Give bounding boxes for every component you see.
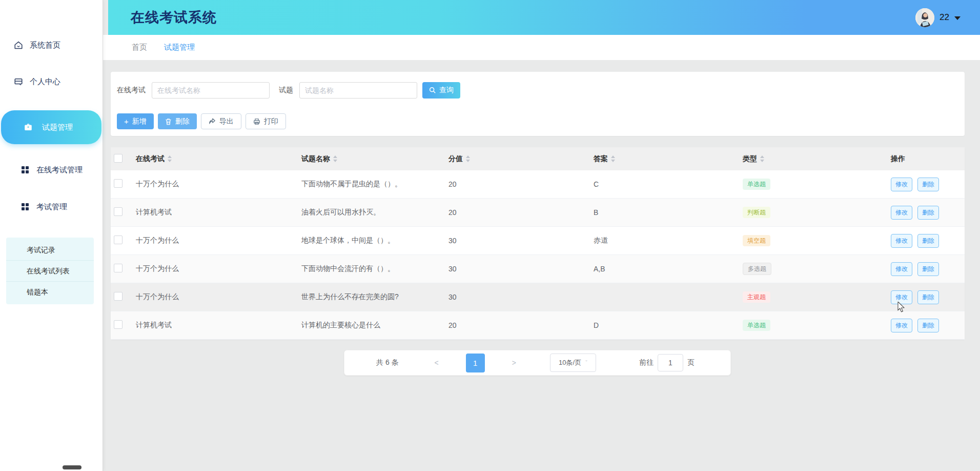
question-filter-input[interactable]	[299, 82, 417, 99]
cell-question-title: 计算机的主要核心是什么	[301, 321, 448, 330]
prev-page-button[interactable]: <	[435, 359, 439, 367]
table-column-header[interactable]: 答案	[594, 154, 743, 164]
grid-icon	[21, 165, 30, 174]
cell-answer: D	[594, 321, 743, 329]
row-edit-button[interactable]: 修改	[891, 319, 912, 332]
cell-actions: 修改 删除	[891, 234, 965, 248]
row-delete-button[interactable]: 删除	[917, 319, 939, 332]
table-column-header[interactable]: 操作	[891, 154, 965, 164]
user-avatar[interactable]	[915, 8, 934, 27]
breadcrumb-tabs: 首页 试题管理	[103, 35, 980, 60]
sort-caret-icon[interactable]	[611, 155, 615, 162]
cell-exam-name: 十万个为什么	[136, 292, 301, 302]
tab-home[interactable]: 首页	[132, 43, 147, 52]
submenu-item-online-exam-list[interactable]: 在线考试列表	[6, 261, 94, 282]
cell-actions: 修改 删除	[891, 290, 965, 304]
sidebar-scrollbar-thumb[interactable]	[63, 465, 81, 469]
cell-question-title: 下面动物不属于昆虫的是（）。	[301, 180, 448, 189]
row-delete-button[interactable]: 删除	[917, 234, 939, 248]
column-label: 在线考试	[136, 154, 165, 164]
sidebar-item-question-management[interactable]: 试题管理	[1, 110, 101, 144]
table-column-header[interactable]: 分值	[448, 154, 594, 164]
row-checkbox[interactable]	[114, 235, 122, 244]
export-arrow-icon	[209, 118, 216, 125]
column-label: 试题名称	[301, 154, 330, 164]
row-checkbox[interactable]	[114, 179, 122, 188]
row-delete-button[interactable]: 删除	[917, 290, 939, 304]
toolbar: + 新增 删除	[117, 113, 952, 129]
row-edit-button[interactable]: 修改	[891, 206, 912, 220]
row-checkbox[interactable]	[114, 207, 122, 216]
table-column-header[interactable]: 试题名称	[301, 154, 448, 164]
profile-card-icon	[14, 77, 23, 86]
row-delete-button[interactable]: 删除	[917, 262, 939, 276]
row-edit-button[interactable]: 修改	[891, 178, 912, 191]
question-type-badge: 主观题	[743, 291, 770, 303]
select-all-checkbox[interactable]	[114, 154, 122, 163]
row-checkbox-cell	[111, 320, 136, 330]
cell-score: 30	[448, 265, 594, 273]
row-checkbox-cell	[111, 264, 136, 274]
cell-actions: 修改 删除	[891, 319, 965, 332]
column-label: 操作	[891, 154, 905, 164]
row-checkbox[interactable]	[114, 320, 122, 329]
export-button[interactable]: 导出	[201, 113, 241, 129]
cell-answer: 赤道	[594, 236, 743, 245]
cell-type: 主观题	[743, 291, 891, 303]
cell-score: 20	[448, 180, 594, 188]
exam-filter-input[interactable]	[152, 82, 270, 99]
row-checkbox-cell	[111, 235, 136, 246]
cell-question-title: 世界上为什么不存在完美的圆?	[301, 292, 448, 302]
tab-question-management[interactable]: 试题管理	[164, 43, 195, 52]
row-checkbox-cell	[111, 179, 136, 189]
cell-actions: 修改 删除	[891, 206, 965, 220]
sort-caret-icon[interactable]	[466, 155, 470, 162]
caret-down-icon[interactable]	[954, 16, 961, 20]
sidebar-item-system-home[interactable]: 系统首页	[0, 35, 103, 55]
question-type-badge: 多选题	[743, 263, 771, 275]
sort-caret-icon[interactable]	[333, 155, 337, 162]
briefcase-icon	[24, 123, 33, 132]
add-button[interactable]: + 新增	[117, 113, 154, 129]
print-button[interactable]: 打印	[246, 113, 286, 129]
submenu-item-wrong-question-book[interactable]: 错题本	[6, 282, 94, 302]
goto-page-input[interactable]	[658, 354, 683, 371]
row-edit-button[interactable]: 修改	[891, 290, 912, 304]
row-edit-button[interactable]: 修改	[891, 262, 912, 276]
delete-button[interactable]: 删除	[158, 113, 197, 129]
select-all-cell	[111, 154, 136, 164]
goto-label: 前往	[639, 358, 654, 367]
row-delete-button[interactable]: 删除	[917, 178, 939, 191]
user-menu[interactable]: 22	[915, 8, 961, 27]
sidebar-item-profile[interactable]: 个人中心	[0, 71, 103, 92]
sidebar-item-online-exam-management[interactable]: 在线考试管理	[0, 160, 103, 180]
sidebar-item-label: 考试管理	[36, 202, 67, 212]
row-edit-button[interactable]: 修改	[891, 234, 912, 248]
cell-type: 多选题	[743, 263, 891, 275]
table-column-header[interactable]: 在线考试	[136, 154, 301, 164]
submenu-item-exam-records[interactable]: 考试记录	[6, 240, 94, 261]
page-size-select[interactable]: 10条/页 ˇ	[550, 354, 596, 372]
next-page-button[interactable]: >	[512, 359, 516, 367]
row-delete-button[interactable]: 删除	[917, 206, 939, 220]
row-checkbox[interactable]	[114, 264, 122, 272]
cell-answer: A,B	[594, 265, 743, 273]
trash-icon	[165, 118, 172, 125]
plus-icon: +	[124, 117, 129, 125]
cell-score: 30	[448, 237, 594, 245]
sidebar-item-exam-management[interactable]: 考试管理	[0, 197, 103, 217]
cell-type: 单选题	[743, 179, 891, 190]
cell-actions: 修改 删除	[891, 262, 965, 276]
delete-button-label: 删除	[175, 117, 190, 126]
row-checkbox[interactable]	[114, 292, 122, 301]
search-icon	[429, 87, 436, 94]
page-number-button[interactable]: 1	[466, 354, 485, 372]
user-name[interactable]: 22	[940, 12, 949, 23]
page-title: 在线考试系统	[131, 8, 217, 27]
print-button-label: 打印	[264, 117, 278, 126]
sort-caret-icon[interactable]	[168, 155, 172, 162]
sort-caret-icon[interactable]	[760, 155, 764, 162]
filter-card: 在线考试 试题 查询 + 新增	[111, 72, 965, 136]
table-column-header[interactable]: 类型	[743, 154, 891, 164]
search-button[interactable]: 查询	[422, 82, 460, 99]
